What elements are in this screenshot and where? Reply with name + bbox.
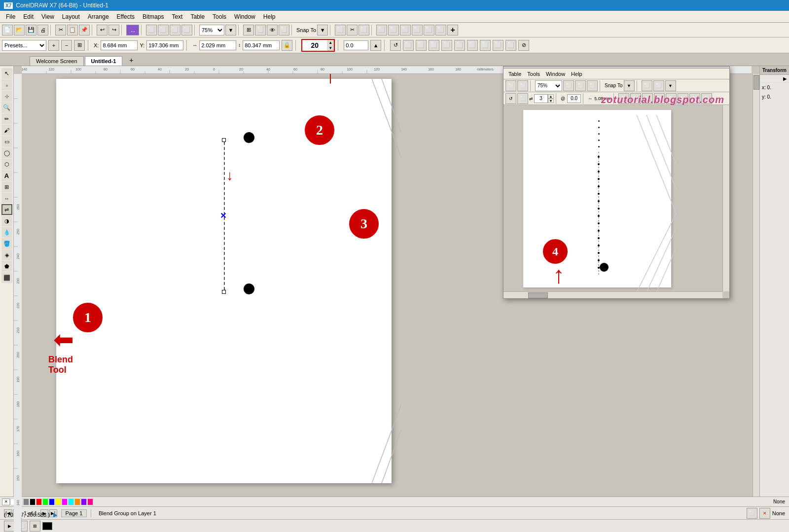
view-btn-4[interactable]: ⬜ [279,25,289,35]
menu-tools[interactable]: Tools [209,12,230,21]
export-btn-3[interactable]: ⬜ [170,25,180,35]
options-btn-3[interactable]: ⬜ [359,25,369,35]
sub-more-6[interactable]: ⬜ [678,93,688,104]
menu-view[interactable]: View [37,12,58,21]
interactive-fill[interactable]: ◈ [1,249,12,260]
paste-button[interactable]: 📌 [79,25,90,35]
outline-tool[interactable]: ⬛ [1,272,12,283]
swatch-yellow[interactable] [55,498,61,505]
vscroll-thumb[interactable] [753,75,759,90]
sub-vscroll[interactable] [722,105,729,291]
fill-tool[interactable]: 🪣 [1,238,12,249]
sub-align1[interactable]: ⬜ [642,80,652,91]
sub-steps-down[interactable]: ▼ [548,99,554,103]
sub-more-8[interactable]: ⬜ [701,93,712,104]
sub-menu-tools[interactable]: Tools [524,70,543,78]
sub-import[interactable]: ⬜ [505,80,516,91]
new-button[interactable]: 📄 [2,25,13,35]
freehand-tool[interactable]: ✏ [1,113,12,124]
bottom-play[interactable]: ▶ [4,521,15,532]
menu-effects[interactable]: Effects [113,12,139,21]
preset-add[interactable]: + [48,40,59,51]
more-btn[interactable]: ⬜ [376,25,387,35]
swatch-orange[interactable] [74,498,80,505]
blend-tool[interactable]: ⇌ [1,204,12,215]
artistic-tool[interactable]: 🖌 [1,125,12,136]
h-field[interactable] [243,40,280,50]
view-mode-btn[interactable]: ⊞ [74,40,85,51]
redo-button[interactable]: ↪ [108,25,119,35]
sub-hscroll-thumb[interactable] [528,292,548,298]
sub-prop-1[interactable]: ↺ [505,93,516,104]
open-button[interactable]: 📂 [14,25,25,35]
menu-bitmaps[interactable]: Bitmaps [139,12,168,21]
fill-color-swatch[interactable] [42,522,52,530]
sub-zoom-select[interactable]: 75% [535,80,562,91]
sub-angle-input[interactable] [567,94,581,103]
menu-table[interactable]: Table [186,12,209,21]
blend-opt-11[interactable]: ⊘ [518,40,529,51]
angle-field[interactable] [344,40,368,50]
sub-prop-2[interactable]: ⬜ [517,93,528,104]
sub-align3[interactable]: ▼ [665,80,676,91]
swatch-magenta[interactable] [62,498,68,505]
sub-view3[interactable]: ⬜ [587,80,598,91]
lock-aspect[interactable]: 🔒 [282,40,292,51]
page-label[interactable]: Page 1 [61,509,87,517]
blend-opt-7[interactable]: ⬜ [467,40,478,51]
blend-opt-9[interactable]: ⬜ [493,40,503,51]
swatch-green[interactable] [42,498,48,505]
more-btn-6[interactable]: ⬜ [435,25,446,35]
sub-hscroll[interactable] [503,291,722,298]
sub-menu-window[interactable]: Window [543,70,568,78]
status-icon-1[interactable]: ⬜ [747,508,757,519]
view-btn-2[interactable]: ⬜ [255,25,266,35]
swatch-gray[interactable] [23,498,29,505]
ellipse-tool[interactable]: ◯ [1,147,12,158]
blend-opt-5[interactable]: ⬜ [441,40,452,51]
more-btn-3[interactable]: ⬜ [400,25,411,35]
save-button[interactable]: 💾 [26,25,36,35]
blend-opt-4[interactable]: ⬜ [429,40,439,51]
tab-welcome[interactable]: Welcome Screen [30,56,84,66]
sub-more-2[interactable]: ⬜ [630,93,641,104]
sub-view2[interactable]: ⬜ [575,80,586,91]
view-btn-3[interactable]: 👁 [267,25,278,35]
blend-opt-6[interactable]: ⬜ [454,40,465,51]
bottom-macro[interactable]: ⊠ [30,521,40,532]
parallel-dimension-tool[interactable]: ↔ [1,193,12,204]
steps-input[interactable] [302,40,327,51]
sub-more-3[interactable]: ⬜ [642,93,653,104]
zoom-option-btn[interactable]: ▼ [225,25,236,35]
text-tool[interactable]: A [1,170,12,181]
undo-button[interactable]: ↩ [97,25,108,35]
more-btn-5[interactable]: ⬜ [424,25,434,35]
sub-view1[interactable]: ⬜ [563,80,574,91]
swatch-black[interactable] [30,498,36,505]
swatch-blue[interactable] [49,498,55,505]
y-field[interactable] [146,40,183,50]
menu-window[interactable]: Window [230,12,259,21]
swatch-cyan[interactable] [68,498,74,505]
sub-menu-help[interactable]: Help [568,70,585,78]
sub-more-5[interactable]: ⬜ [666,93,677,104]
swatch-purple[interactable] [81,498,87,505]
angle-up[interactable]: ▲ [370,40,381,51]
import-button[interactable]: ⎵ [126,25,139,35]
swatch-red[interactable] [36,498,42,505]
blend-opt-1[interactable]: ↺ [390,40,401,51]
w-field[interactable] [199,40,236,50]
sub-align2[interactable]: ⬜ [653,80,664,91]
blend-opt-2[interactable]: ⬜ [403,40,414,51]
print-button[interactable]: 🖨 [37,25,48,35]
export-btn-2[interactable]: ⬜ [158,25,169,35]
blend-opt-3[interactable]: ⬜ [416,40,427,51]
rectangle-tool[interactable]: ▭ [1,136,12,147]
tab-add-button[interactable]: + [125,55,137,66]
export-btn-4[interactable]: ⬜ [181,25,192,35]
status-close-icon[interactable]: ✕ [759,508,770,519]
options-btn-2[interactable]: ✂ [347,25,358,35]
crop-tool[interactable]: ⊹ [1,91,12,102]
color-none[interactable]: ✕ [2,498,10,505]
sub-steps-input[interactable] [534,94,548,103]
